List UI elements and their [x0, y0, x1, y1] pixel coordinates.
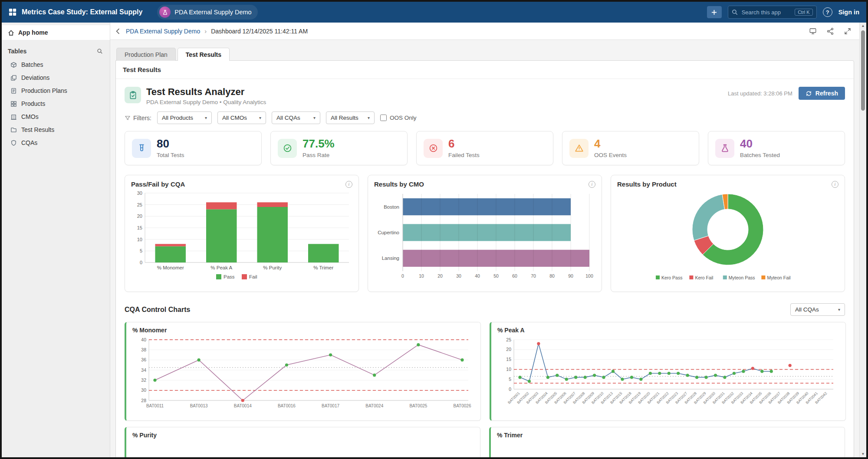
- home-icon: [8, 30, 14, 36]
- svg-text:34: 34: [141, 367, 146, 373]
- svg-text:BAT0024: BAT0024: [365, 403, 383, 408]
- expand-icon[interactable]: [844, 27, 852, 35]
- kpi-value: 4: [594, 138, 627, 149]
- svg-text:% Trimer: % Trimer: [313, 265, 333, 270]
- kpi-value: 6: [448, 138, 480, 149]
- control-chart-title: % Monomer: [132, 327, 474, 334]
- sidebar-item-production-plans[interactable]: Production Plans: [2, 84, 110, 97]
- kpi-pass-rate: 77.5% Pass Rate: [270, 131, 408, 165]
- sidebar-item-cqas[interactable]: CQAs: [2, 136, 110, 149]
- svg-text:50: 50: [493, 273, 499, 279]
- control-charts-grid-partial: % Purity % Trimer: [116, 421, 854, 457]
- svg-text:BAT0014: BAT0014: [234, 403, 252, 408]
- sidebar: App home Tables Batches: [2, 23, 110, 457]
- cqa-filter-select[interactable]: All CQAs▾: [272, 111, 320, 124]
- product-filter-select[interactable]: All Products▾: [157, 111, 212, 124]
- workspace-logo-icon[interactable]: [9, 8, 16, 16]
- cmo-filter-select[interactable]: All CMOs▾: [217, 111, 266, 124]
- share-icon[interactable]: [826, 27, 834, 35]
- refresh-icon: [806, 90, 812, 97]
- add-button[interactable]: [707, 6, 722, 18]
- sign-in-link[interactable]: Sign in: [838, 9, 859, 16]
- search-shortcut: Ctrl K: [795, 9, 813, 16]
- pass-fail-by-cqa-chart: 051015202530% Monomer% Peak A% Purity% T…: [131, 190, 352, 282]
- sidebar-item-deviations[interactable]: Deviations: [2, 71, 110, 84]
- results-filter-select[interactable]: All Results▾: [326, 111, 375, 124]
- svg-text:10: 10: [506, 367, 511, 372]
- svg-text:38: 38: [141, 347, 146, 352]
- info-icon[interactable]: i: [832, 181, 838, 188]
- control-charts-title: CQA Control Charts: [125, 306, 190, 314]
- sidebar-item-test-results[interactable]: Test Results: [2, 123, 110, 136]
- info-icon[interactable]: i: [589, 181, 595, 188]
- scroll-up-icon[interactable]: ▲: [860, 23, 866, 29]
- workspace-title: Metrics Case Study: External Supply: [22, 8, 142, 16]
- app-window: Metrics Case Study: External Supply PDA …: [0, 0, 868, 459]
- tab-test-results[interactable]: Test Results: [178, 48, 230, 61]
- scroll-down-icon[interactable]: ▼: [860, 451, 866, 457]
- vertical-scrollbar[interactable]: ▲ ▼: [859, 23, 866, 457]
- app-chip[interactable]: PDA External Supply Demo: [157, 5, 257, 20]
- chart-results-by-cmo: Results by CMO i BostonCupertinoLansing0…: [368, 175, 602, 292]
- control-charts-grid: % Monomer 28303234363840BAT0011BAT0013BA…: [116, 316, 854, 421]
- sidebar-app-home[interactable]: App home: [2, 25, 110, 40]
- tab-production-plan[interactable]: Production Plan: [116, 48, 176, 61]
- deviations-icon: [10, 75, 17, 81]
- topbar: Metrics Case Study: External Supply PDA …: [2, 2, 866, 23]
- search-box[interactable]: Ctrl K: [728, 6, 817, 19]
- sidebar-item-products[interactable]: Products: [2, 97, 110, 110]
- chart-title: Results by CMO: [374, 180, 424, 188]
- svg-text:40: 40: [475, 273, 480, 279]
- svg-text:15: 15: [506, 357, 511, 362]
- svg-text:80: 80: [549, 273, 555, 279]
- filters-label: Filters:: [125, 115, 151, 121]
- search-input[interactable]: [741, 9, 792, 16]
- svg-text:Lansing: Lansing: [382, 256, 399, 261]
- analyzer-subtitle: PDA External Supply Demo • Quality Analy…: [146, 99, 266, 105]
- chevron-down-icon: ▾: [259, 115, 261, 120]
- sidebar-item-batches[interactable]: Batches: [2, 58, 110, 71]
- production-plans-icon: [10, 88, 17, 94]
- breadcrumb-separator: ›: [204, 27, 207, 35]
- kpi-label: Total Tests: [157, 152, 184, 158]
- analyzer-header: Test Results Analyzer PDA External Suppl…: [116, 79, 854, 105]
- sidebar-item-cmos[interactable]: CMOs: [2, 110, 110, 123]
- svg-text:Kero Pass: Kero Pass: [661, 275, 682, 280]
- svg-text:36: 36: [141, 357, 146, 362]
- svg-text:40: 40: [141, 337, 146, 342]
- filter-icon: [125, 115, 131, 121]
- svg-text:30: 30: [141, 387, 146, 393]
- svg-text:90: 90: [568, 273, 573, 279]
- svg-text:Cupertino: Cupertino: [378, 230, 399, 235]
- svg-text:5: 5: [140, 249, 142, 254]
- svg-text:10: 10: [137, 237, 142, 242]
- breadcrumb-app-link[interactable]: PDA External Supply Demo: [126, 28, 200, 35]
- svg-text:BAT0013: BAT0013: [190, 403, 208, 408]
- svg-text:% Monomer: % Monomer: [157, 265, 184, 270]
- tables-search-icon[interactable]: [97, 48, 103, 54]
- svg-text:100: 100: [585, 273, 593, 279]
- kpi-label: Batches Tested: [740, 152, 780, 158]
- svg-text:Myteon Fail: Myteon Fail: [767, 275, 790, 280]
- sidebar-item-label: Production Plans: [21, 87, 67, 94]
- info-icon[interactable]: i: [345, 181, 352, 188]
- dashboard-tabs: Production Plan Test Results: [115, 48, 854, 60]
- plus-icon: [711, 10, 717, 15]
- main-area: PDA External Supply Demo › Dashboard 12/…: [110, 23, 859, 457]
- control-chart-title: % Purity: [132, 432, 474, 439]
- refresh-button[interactable]: Refresh: [799, 87, 845, 100]
- oos-only-input[interactable]: [380, 115, 387, 121]
- scrollbar-thumb[interactable]: [861, 30, 865, 111]
- kpi-oos-events: 4 OOS Events: [562, 131, 699, 165]
- oos-only-checkbox[interactable]: OOS Only: [380, 115, 417, 121]
- kpi-batches-tested: 40 Batches Tested: [708, 131, 845, 165]
- present-icon[interactable]: [809, 27, 817, 35]
- chevron-down-icon: ▾: [313, 115, 316, 120]
- svg-text:28: 28: [141, 398, 146, 403]
- svg-text:20: 20: [437, 273, 443, 279]
- app-name: PDA External Supply Demo: [174, 9, 251, 16]
- control-cqa-filter-select[interactable]: All CQAs▾: [790, 303, 845, 316]
- chart-title: Results by Product: [617, 180, 677, 188]
- help-icon[interactable]: ?: [823, 7, 832, 17]
- back-chevron-icon[interactable]: [115, 28, 122, 35]
